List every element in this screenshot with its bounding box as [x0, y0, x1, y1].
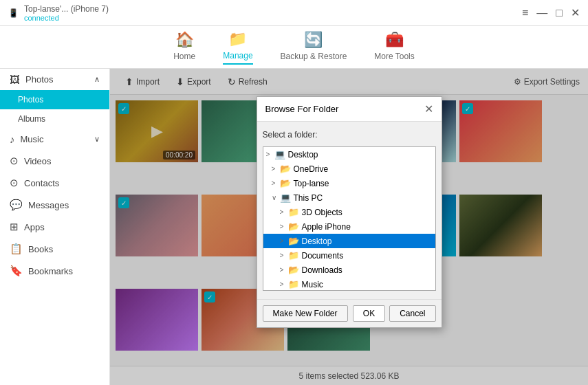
tree-item[interactable]: >📂Top-lanse	[263, 176, 435, 190]
dialog-action-buttons: OK Cancel	[353, 305, 436, 322]
tools-icon: 🧰	[385, 31, 404, 49]
tree-folder-icon: 📂	[280, 164, 291, 174]
tree-item[interactable]: >💻Desktop	[263, 147, 435, 162]
nav-tools[interactable]: 🧰 More Tools	[374, 31, 414, 64]
menu-icon[interactable]: ≡	[522, 7, 528, 19]
nav-bar: 🏠 Home 📁 Manage 🔄 Backup & Restore 🧰 Mor…	[0, 26, 588, 69]
nav-home[interactable]: 🏠 Home	[173, 31, 195, 64]
sidebar-item-albums[interactable]: Albums	[0, 109, 109, 129]
tree-item-label: Documents	[302, 251, 344, 261]
tree-item-label: Music	[302, 280, 323, 289]
nav-manage-label: Manage	[223, 51, 252, 60]
folder-tree[interactable]: >💻Desktop>📂OneDrive>📂Top-lanse∨💻This PC>…	[263, 146, 436, 291]
backup-icon: 🔄	[304, 31, 323, 49]
sidebar-item-music[interactable]: ♪ Music ∨	[0, 129, 109, 150]
tree-chevron-icon: >	[266, 151, 274, 158]
tree-item[interactable]: >📁Music	[263, 277, 435, 291]
tree-item[interactable]: >📂Apple iPhone	[263, 219, 435, 234]
tree-folder-icon: 💻	[280, 192, 291, 203]
sidebar-albums-label: Albums	[18, 114, 45, 124]
nav-home-label: Home	[173, 52, 195, 61]
tree-folder-icon: 📁	[288, 250, 299, 261]
sidebar-photos-label: Photos	[25, 74, 53, 85]
dialog-title-bar: Browse For Folder ✕	[257, 97, 442, 122]
device-status: connected	[24, 14, 109, 22]
tree-folder-icon: 💻	[274, 149, 285, 160]
tree-item-label: Desktop	[302, 236, 332, 246]
sidebar-item-bookmarks[interactable]: 🔖 Bookmarks	[0, 260, 109, 282]
sidebar-videos-label: Videos	[24, 156, 52, 166]
ok-button[interactable]: OK	[353, 305, 385, 322]
tree-item-label: Apple iPhone	[302, 222, 351, 232]
dialog-title-text: Browse For Folder	[265, 104, 339, 114]
sidebar-item-messages[interactable]: 💬 Messages	[0, 194, 109, 216]
dialog-instruction: Select a folder:	[263, 127, 436, 142]
tree-item[interactable]: >📁Documents	[263, 248, 435, 263]
device-icon: 📱	[8, 8, 19, 18]
sidebar-bookmarks-label: Bookmarks	[28, 266, 73, 276]
bookmarks-icon: 🔖	[10, 265, 23, 277]
title-bar: 📱 Top-lanse'... (iPhone 7) connected ≡ —…	[0, 0, 588, 26]
books-icon: 📋	[10, 243, 23, 255]
tree-item-label: Desktop	[288, 150, 318, 160]
sidebar-item-photos-sub[interactable]: Photos	[0, 90, 109, 109]
tree-item-label: Downloads	[302, 265, 342, 275]
tree-chevron-icon: >	[280, 266, 288, 274]
tree-item[interactable]: >📂Desktop	[263, 234, 435, 248]
tree-item-label: Top-lanse	[294, 179, 329, 188]
sidebar: 🖼 Photos ∧ Photos Albums ♪ Music ∨ ⊙ Vid…	[0, 69, 110, 385]
tree-folder-icon: 📁	[288, 207, 299, 217]
cancel-button[interactable]: Cancel	[389, 305, 435, 322]
tree-item[interactable]: >📂OneDrive	[263, 162, 435, 176]
dialog-overlay: Browse For Folder ✕ Select a folder: >💻D…	[110, 69, 588, 385]
dialog-footer: Make New Folder OK Cancel	[257, 299, 442, 327]
nav-manage[interactable]: 📁 Manage	[223, 30, 252, 65]
tree-item-label: OneDrive	[294, 164, 329, 174]
close-icon[interactable]: ✕	[571, 6, 580, 19]
nav-tools-label: More Tools	[374, 52, 414, 61]
home-icon: 🏠	[175, 31, 194, 49]
tree-chevron-icon: >	[272, 165, 280, 173]
apps-icon: ⊞	[10, 221, 19, 233]
sidebar-item-apps[interactable]: ⊞ Apps	[0, 216, 109, 238]
videos-icon: ⊙	[10, 155, 19, 167]
tree-chevron-icon: >	[280, 208, 288, 216]
tree-item-label: 3D Objects	[302, 208, 342, 217]
tree-folder-icon: 📂	[288, 265, 299, 275]
sidebar-contacts-label: Contacts	[24, 178, 59, 188]
music-chevron: ∨	[94, 135, 100, 144]
nav-backup-label: Backup & Restore	[281, 52, 347, 61]
sidebar-item-books[interactable]: 📋 Books	[0, 238, 109, 260]
tree-folder-icon: 📂	[288, 221, 299, 232]
manage-icon: 📁	[228, 30, 247, 48]
minimize-icon[interactable]: —	[536, 7, 547, 19]
contacts-icon: ⊙	[10, 177, 19, 189]
nav-backup[interactable]: 🔄 Backup & Restore	[281, 31, 347, 64]
dialog-close-button[interactable]: ✕	[424, 102, 433, 116]
dialog-body: Select a folder: >💻Desktop>📂OneDrive>📂To…	[257, 122, 442, 296]
tree-item-label: This PC	[294, 193, 323, 203]
sidebar-books-label: Books	[28, 244, 53, 254]
tree-chevron-icon: >	[280, 223, 288, 230]
tree-item[interactable]: >📂Downloads	[263, 263, 435, 277]
sidebar-messages-label: Messages	[28, 200, 69, 210]
tree-chevron-icon: >	[272, 179, 280, 187]
sidebar-item-photos-header[interactable]: 🖼 Photos ∧	[0, 69, 109, 90]
sidebar-item-videos[interactable]: ⊙ Videos	[0, 150, 109, 172]
tree-item[interactable]: ∨💻This PC	[263, 190, 435, 205]
tree-item[interactable]: >📁3D Objects	[263, 205, 435, 219]
tree-folder-icon: 📁	[288, 279, 299, 289]
photos-chevron: ∧	[94, 75, 100, 84]
tree-folder-icon: 📂	[288, 236, 299, 246]
tree-chevron-icon: >	[280, 280, 288, 288]
sidebar-item-contacts[interactable]: ⊙ Contacts	[0, 172, 109, 194]
photos-icon: 🖼	[10, 74, 20, 85]
music-icon: ♪	[10, 133, 15, 145]
make-new-folder-button[interactable]: Make New Folder	[263, 305, 348, 322]
messages-icon: 💬	[10, 199, 23, 211]
main-layout: 🖼 Photos ∧ Photos Albums ♪ Music ∨ ⊙ Vid…	[0, 69, 588, 385]
maximize-icon[interactable]: □	[556, 7, 563, 19]
content-area: ⬆ Import ⬇ Export ↻ Refresh ⚙ Export Set…	[110, 69, 588, 385]
tree-chevron-icon: >	[280, 252, 288, 259]
tree-chevron-icon: >	[280, 237, 288, 245]
